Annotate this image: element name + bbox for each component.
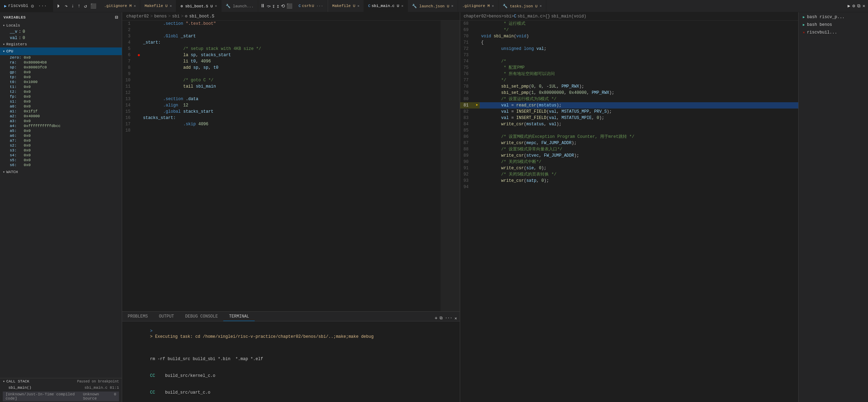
reg-t1[interactable]: t1: 0x0 xyxy=(0,84,122,89)
close-gitignore-left[interactable]: ✕ xyxy=(134,4,136,8)
c-line-78: 78 sbi_set_pmp(0, 0, -1UL, PMP_RWX); xyxy=(460,83,798,90)
bc-filename: sbi_boot.S xyxy=(189,14,214,19)
close-makefile-right[interactable]: ✕ xyxy=(357,4,359,8)
tab-gitignore-left[interactable]: .gitignore M ✕ xyxy=(100,0,140,12)
reg-a5[interactable]: a5: 0x0 xyxy=(0,128,122,133)
cpu-header[interactable]: ▾ CPU xyxy=(0,48,122,54)
continue-icon[interactable]: ⏵ xyxy=(56,2,62,9)
tab-problems[interactable]: PROBLEMS xyxy=(122,312,154,321)
var-item-val[interactable]: val : 0 xyxy=(0,35,122,41)
c-line-74: 74 /* xyxy=(460,58,798,65)
debug-step-icon[interactable]: ⤼ xyxy=(267,3,271,9)
reg-s1[interactable]: s1: 0x0 xyxy=(0,99,122,104)
layout-icon[interactable]: ⧉ xyxy=(857,3,860,9)
reg-s5[interactable]: s5: 0x0 xyxy=(0,158,122,163)
debug-stop-icon[interactable]: ⬛ xyxy=(286,3,292,9)
tab-makefile-left[interactable]: Makefile U ✕ xyxy=(140,0,176,12)
c-line-90: 90 /* 关闭S模式中断*/ xyxy=(460,159,798,165)
gear-icon[interactable]: ⚙ xyxy=(30,3,35,9)
more-right-icon[interactable]: ✕ xyxy=(862,3,865,9)
watch-header[interactable]: ▾ WATCH xyxy=(0,169,122,175)
watch-chevron: ▾ xyxy=(3,170,5,174)
reg-gp[interactable]: gp: 0x0 xyxy=(0,70,122,75)
call-stack-toggle[interactable]: ▾ CALL STACK xyxy=(3,379,29,384)
collapse-all-icon[interactable]: ⊟ xyxy=(115,14,118,20)
bc-sbi: sbi xyxy=(172,14,180,19)
tab-sbiboot[interactable]: ⚙ sbi_boot.S U ✕ xyxy=(176,0,221,12)
tab-output[interactable]: OUTPUT xyxy=(154,312,180,321)
step-over-icon[interactable]: ↷ xyxy=(64,2,68,10)
terminal-close-icon[interactable]: ✕ xyxy=(455,316,457,321)
reg-tp[interactable]: tp: 0x0 xyxy=(0,75,122,80)
tab-terminal[interactable]: TERMINAL xyxy=(223,312,255,321)
reg-a3[interactable]: a3: 0x0 xyxy=(0,119,122,124)
call-stack-chevron: ▾ xyxy=(3,379,5,384)
reg-a2[interactable]: a2: 0x40000 xyxy=(0,114,122,119)
reg-a7[interactable]: a7: 0x0 xyxy=(0,138,122,143)
asm-line-8: 8 add sp, sp, t0 xyxy=(122,65,460,71)
reg-a6[interactable]: a6: 0x0 xyxy=(0,133,122,138)
debug-back-icon[interactable]: ⟲ xyxy=(281,3,285,9)
pause-icon[interactable]: ⏸ xyxy=(260,3,265,9)
close-gitignore-right[interactable]: ✕ xyxy=(492,4,494,8)
reg-a0[interactable]: a0: 0x0 xyxy=(0,104,122,109)
reg-fp[interactable]: fp: 0x0 xyxy=(0,94,122,99)
terminal-split-icon[interactable]: ⧉ xyxy=(440,316,443,321)
terminal-item-bash2[interactable]: ▶ bash benos xyxy=(800,21,867,28)
c-line-84: 84 write_csr(mstatus, val); xyxy=(460,121,798,127)
close-sbiboot[interactable]: ✕ xyxy=(215,4,217,8)
reg-t0[interactable]: t0: 0x1000 xyxy=(0,80,122,84)
reg-sp[interactable]: sp: 0x80003fc0 xyxy=(0,65,122,70)
settings-right-icon[interactable]: ⚙ xyxy=(852,3,855,9)
reg-ra[interactable]: ra: 0x800004b8 xyxy=(0,60,122,65)
call-item-sbimain[interactable]: sbi_main() sbi_main.c 81:1 xyxy=(0,385,122,391)
term-line-blank1 xyxy=(125,345,457,351)
reg-zero[interactable]: zero: 0x0 xyxy=(0,55,122,60)
registers-section-header[interactable]: ▾ Registers xyxy=(0,41,122,47)
unknown-source-item[interactable]: [Unknown/Just-In-Time compiled code] Unk… xyxy=(3,392,119,401)
more-left[interactable]: ··· xyxy=(316,4,323,8)
tab-debug-console[interactable]: DEBUG CONSOLE xyxy=(180,312,224,321)
reg-a1[interactable]: a1: 0x1f1f xyxy=(0,109,122,114)
c-code-editor[interactable]: 68 * 运行模式 69 */ 70 void sbi_main(void) 7… xyxy=(460,21,798,402)
step-out-icon[interactable]: ↑ xyxy=(77,2,81,9)
tab-run-debug[interactable]: ▶ riscvsbi ⚙ ··· xyxy=(0,0,53,12)
more-icon[interactable]: ··· xyxy=(37,3,48,9)
close-tasks[interactable]: ✕ xyxy=(540,4,542,8)
terminal-content[interactable]: > > Executing task: cd /home/xinglei/ris… xyxy=(122,321,460,402)
debug-out-icon[interactable]: ↥ xyxy=(276,3,279,9)
close-launch-right[interactable]: ✕ xyxy=(451,4,454,8)
close-makefile-left[interactable]: ✕ xyxy=(170,4,172,8)
tab-launch-right[interactable]: 🔧 launch.json U ✕ xyxy=(408,0,458,12)
bc-sep1: > xyxy=(150,14,153,19)
tab-csr[interactable]: C csrh U ··· xyxy=(294,0,328,12)
terminal-more-icon[interactable]: ··· xyxy=(445,316,452,321)
asm-code-editor[interactable]: 1 .section ".text.boot" 2 3 .Globl _star… xyxy=(122,21,460,311)
rbc-fn-name: sbi_main(void) xyxy=(551,14,586,19)
reg-a4[interactable]: a4: 0xffffffffffdbcc xyxy=(0,124,122,128)
stop-icon[interactable]: ⬛ xyxy=(90,2,97,10)
terminal-item-bash1[interactable]: ▶ bash riscv_p... xyxy=(800,14,867,21)
reg-s3[interactable]: s3: 0x0 xyxy=(0,148,122,153)
reg-s6[interactable]: s6: 0x0 xyxy=(0,163,122,168)
reg-s2[interactable]: s2: 0x0 xyxy=(0,143,122,148)
tab-tasks[interactable]: 🔧 tasks.json U ✕ xyxy=(499,0,546,12)
var-item-v[interactable]: __v : 0 xyxy=(0,29,122,35)
call-item-loc: sbi_main.c 81:1 xyxy=(84,386,119,390)
tab-gitignore-right[interactable]: .gitignore M ✕ xyxy=(458,0,499,12)
tab-makefile-right[interactable]: Makefile U ✕ xyxy=(328,0,364,12)
reg-t2[interactable]: t2: 0x0 xyxy=(0,89,122,94)
call-stack-status: Paused on breakpoint xyxy=(77,380,119,384)
debug-into-icon[interactable]: ↧ xyxy=(272,3,275,9)
tab-sbimain[interactable]: C sbi_main.c U ✕ xyxy=(364,0,408,12)
locals-section-header[interactable]: ▾ Locals xyxy=(0,22,122,29)
term-line-cc2: CC build_src/uart_c.o xyxy=(125,384,457,401)
restart-icon[interactable]: ↺ xyxy=(83,2,88,10)
reg-s4[interactable]: s4: 0x0 xyxy=(0,153,122,158)
tab-launch-left[interactable]: 🔧 launch... xyxy=(222,0,258,12)
terminal-add-icon[interactable]: + xyxy=(435,315,437,321)
close-sbimain[interactable]: ✕ xyxy=(401,4,403,8)
step-into-icon[interactable]: ↓ xyxy=(70,2,75,9)
terminal-item-riscvbuild[interactable]: ✕ riscvbuil... xyxy=(800,29,867,36)
run-all-icon[interactable]: ▶ xyxy=(848,3,851,9)
